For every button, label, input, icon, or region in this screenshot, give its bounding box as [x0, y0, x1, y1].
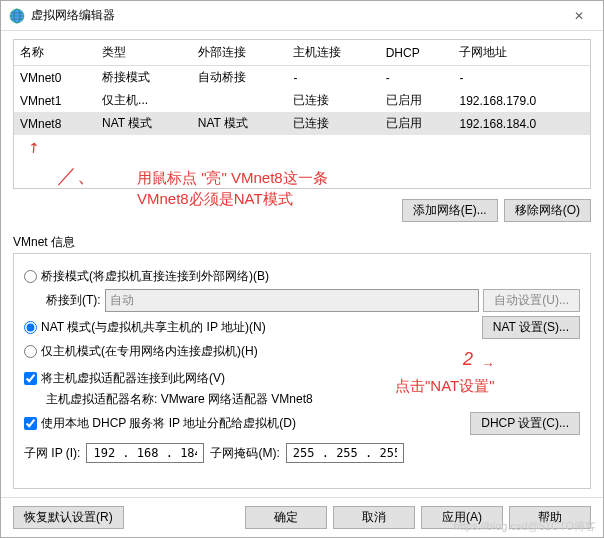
add-network-button[interactable]: 添加网络(E)...	[402, 199, 498, 222]
vmnet-info-label: VMnet 信息	[13, 234, 591, 251]
close-button[interactable]: ✕	[559, 2, 599, 30]
subnet-mask-label: 子网掩码(M):	[210, 445, 279, 462]
subnet-ip-input[interactable]	[86, 443, 204, 463]
table-header[interactable]: 名称	[14, 40, 96, 66]
titlebar: 虚拟网络编辑器 ✕	[1, 1, 603, 31]
annotation-swoosh: ／、	[57, 161, 97, 189]
hostonly-radio[interactable]	[24, 345, 37, 358]
table-header[interactable]: 外部连接	[192, 40, 288, 66]
vmnet-info-group: 桥接模式(将虚拟机直接连接到外部网络)(B) 桥接到(T): 自动 自动设置(U…	[13, 253, 591, 489]
subnet-mask-input[interactable]	[286, 443, 404, 463]
table-header[interactable]: 类型	[96, 40, 192, 66]
bridge-radio-label: 桥接模式(将虚拟机直接连接到外部网络)(B)	[41, 268, 269, 285]
cancel-button[interactable]: 取消	[333, 506, 415, 529]
nat-settings-button[interactable]: NAT 设置(S)...	[482, 316, 580, 339]
host-adapter-label: 将主机虚拟适配器连接到此网络(V)	[41, 370, 225, 387]
auto-settings-button: 自动设置(U)...	[483, 289, 580, 312]
table-row[interactable]: VMnet0桥接模式自动桥接---	[14, 66, 590, 90]
nat-radio[interactable]	[24, 321, 37, 334]
table-row[interactable]: VMnet1仅主机...已连接已启用192.168.179.0	[14, 89, 590, 112]
subnet-ip-label: 子网 IP (I):	[24, 445, 80, 462]
apply-button[interactable]: 应用(A)	[421, 506, 503, 529]
hostonly-radio-label: 仅主机模式(在专用网络内连接虚拟机)(H)	[41, 343, 258, 360]
remove-network-button[interactable]: 移除网络(O)	[504, 199, 591, 222]
table-row[interactable]: VMnet8NAT 模式NAT 模式已连接已启用192.168.184.0	[14, 112, 590, 135]
host-adapter-checkbox[interactable]	[24, 372, 37, 385]
annotation-1: 用鼠标点 "亮" VMnet8这一条 VMnet8必须是NAT模式	[137, 167, 328, 209]
dhcp-settings-button[interactable]: DHCP 设置(C)...	[470, 412, 580, 435]
bridge-to-label: 桥接到(T):	[46, 292, 101, 309]
dhcp-label: 使用本地 DHCP 服务将 IP 地址分配给虚拟机(D)	[41, 415, 296, 432]
table-header[interactable]: DHCP	[380, 40, 454, 66]
window-title: 虚拟网络编辑器	[31, 7, 115, 24]
globe-icon	[9, 8, 25, 24]
bridge-radio[interactable]	[24, 270, 37, 283]
bridge-select: 自动	[105, 289, 480, 312]
nat-radio-label: NAT 模式(与虚拟机共享主机的 IP 地址)(N)	[41, 319, 266, 336]
restore-defaults-button[interactable]: 恢复默认设置(R)	[13, 506, 124, 529]
table-header[interactable]: 子网地址	[453, 40, 590, 66]
table-header[interactable]: 主机连接	[287, 40, 379, 66]
help-button[interactable]: 帮助	[509, 506, 591, 529]
dhcp-checkbox[interactable]	[24, 417, 37, 430]
ok-button[interactable]: 确定	[245, 506, 327, 529]
host-adapter-name: 主机虚拟适配器名称: VMware 网络适配器 VMnet8	[46, 391, 313, 408]
